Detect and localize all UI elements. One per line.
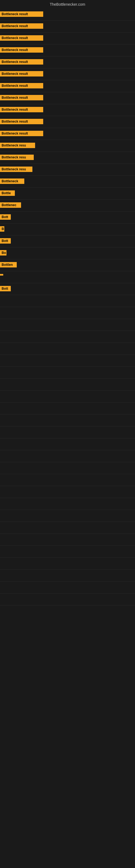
bottleneck-result-bar: Bottleneck result (0, 23, 43, 29)
table-row (0, 462, 135, 474)
table-row (0, 486, 135, 498)
table-row: Bottleneck result (0, 92, 135, 104)
table-row (0, 534, 135, 546)
table-row (0, 307, 135, 319)
table-row (0, 546, 135, 558)
rows-container: Bottleneck resultBottleneck resultBottle… (0, 9, 135, 606)
bottleneck-result-bar: Bott (0, 238, 11, 244)
bottleneck-result-bar: Bottlenec (0, 203, 21, 208)
table-row (0, 271, 135, 283)
bottleneck-result-bar (0, 274, 3, 276)
bottleneck-result-bar: Bottleneck result (0, 71, 43, 76)
table-row: Bottleneck result (0, 21, 135, 33)
bottleneck-result-bar: Bottleneck result (0, 119, 43, 124)
table-row: Bott (0, 236, 135, 247)
table-row: Bottleneck result (0, 56, 135, 68)
table-row (0, 438, 135, 450)
table-row (0, 522, 135, 534)
site-title: TheBottlenecker.com (0, 0, 135, 9)
table-row: Bottleneck resu (0, 140, 135, 152)
table-row (0, 510, 135, 522)
table-row: B (0, 223, 135, 236)
bottleneck-result-bar: Bott (0, 214, 11, 220)
bottleneck-result-bar: Bottleneck result (0, 83, 43, 88)
table-row: Bottleneck result (0, 44, 135, 56)
table-row: Bottleneck result (0, 128, 135, 140)
bottleneck-result-bar: Bottleneck result (0, 11, 43, 17)
table-row (0, 295, 135, 307)
table-row (0, 414, 135, 426)
table-row: Bottlenec (0, 199, 135, 212)
table-row (0, 331, 135, 343)
site-header: TheBottlenecker.com (0, 0, 135, 9)
table-row: Bo (0, 247, 135, 259)
table-row: Bottleneck result (0, 68, 135, 80)
table-row (0, 319, 135, 331)
bottleneck-result-bar: Bottleneck result (0, 95, 43, 100)
bottleneck-result-bar: Bottleneck resu (0, 166, 32, 172)
table-row (0, 391, 135, 403)
table-row: Bottleneck resu (0, 164, 135, 176)
table-row: Bott (0, 212, 135, 223)
table-row (0, 474, 135, 486)
bottleneck-result-bar: Bottleneck result (0, 35, 43, 41)
table-row: Bott (0, 283, 135, 295)
table-row (0, 593, 135, 606)
bottleneck-result-bar: Bottleneck (0, 179, 24, 184)
bottleneck-result-bar: Bottlen (0, 262, 17, 268)
table-row: Bottleneck result (0, 33, 135, 44)
table-row (0, 558, 135, 569)
table-row: Bottlen (0, 259, 135, 271)
table-row (0, 403, 135, 414)
bottleneck-result-bar: Bott (0, 286, 11, 291)
table-row (0, 379, 135, 391)
table-row (0, 343, 135, 355)
bottleneck-result-bar: Bottleneck resu (0, 155, 34, 160)
table-row (0, 450, 135, 462)
table-row (0, 426, 135, 438)
table-row (0, 367, 135, 379)
table-row: Bottleneck result (0, 9, 135, 21)
table-row (0, 582, 135, 593)
table-row (0, 569, 135, 582)
bottleneck-result-bar: Bottleneck result (0, 47, 43, 53)
table-row: Bottleneck resu (0, 152, 135, 164)
bottleneck-result-bar: Bottleneck result (0, 59, 43, 65)
bottleneck-result-bar: Bottleneck resu (0, 143, 35, 148)
table-row: Bottleneck result (0, 116, 135, 128)
table-row (0, 498, 135, 510)
table-row: Bottleneck result (0, 80, 135, 92)
table-row (0, 355, 135, 367)
table-row: Bottleneck result (0, 104, 135, 116)
bottleneck-result-bar: Bo (0, 250, 6, 255)
bottleneck-result-bar: Bottleneck result (0, 131, 43, 136)
table-row: Bottle (0, 188, 135, 199)
bottleneck-result-bar: B (0, 226, 4, 231)
bottleneck-result-bar: Bottle (0, 190, 15, 196)
table-row: Bottleneck (0, 176, 135, 188)
bottleneck-result-bar: Bottleneck result (0, 107, 43, 112)
